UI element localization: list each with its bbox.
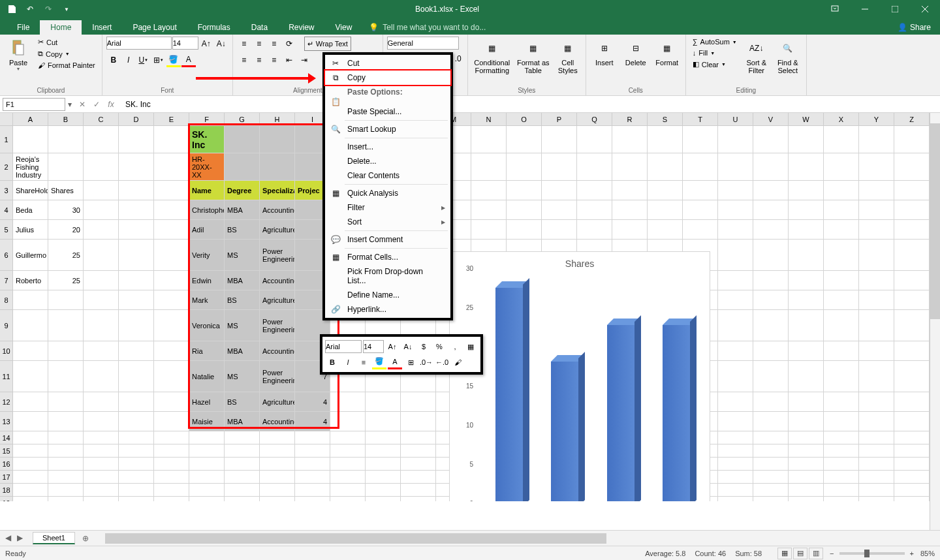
row-header[interactable]: 11 [0, 361, 13, 392]
cell[interactable] [789, 361, 824, 392]
cell[interactable] [753, 444, 789, 458]
cell[interactable] [154, 392, 189, 412]
tab-pagelayout[interactable]: Page Layout [122, 20, 187, 35]
cell[interactable] [48, 444, 84, 458]
cell[interactable] [154, 290, 189, 310]
cell[interactable] [154, 497, 189, 501]
cell[interactable] [648, 126, 683, 153]
cell[interactable] [119, 458, 154, 471]
cell[interactable] [119, 444, 154, 458]
cell[interactable] [753, 361, 789, 392]
tab-view[interactable]: View [325, 20, 363, 35]
cell[interactable]: 4 [295, 412, 330, 431]
zoom-level[interactable]: 85% [920, 550, 935, 557]
cell[interactable] [824, 361, 859, 392]
grow-font-icon[interactable]: A↑ [199, 37, 213, 51]
cell[interactable] [859, 220, 894, 240]
cell[interactable] [894, 497, 930, 501]
cell[interactable] [225, 458, 260, 471]
cell[interactable] [48, 412, 84, 431]
cell[interactable]: Verity [189, 240, 225, 271]
cell[interactable] [366, 412, 401, 431]
cell[interactable] [295, 471, 330, 484]
cell[interactable] [48, 290, 84, 310]
cell[interactable] [789, 392, 824, 412]
cell[interactable] [13, 290, 48, 310]
cell[interactable] [718, 497, 753, 501]
cell[interactable] [612, 181, 648, 200]
cut-button[interactable]: ✂Cut [35, 37, 98, 48]
sheet-nav-next-icon[interactable]: ▶ [17, 533, 27, 544]
cell[interactable] [260, 471, 295, 484]
sheet-nav-prev-icon[interactable]: ◀ [5, 533, 16, 544]
font-color-button[interactable]: A [181, 53, 196, 67]
cell[interactable]: Roberto [13, 271, 48, 290]
column-header[interactable]: R [612, 113, 648, 126]
cell[interactable] [154, 220, 189, 240]
chart-bar[interactable] [607, 325, 634, 501]
cell[interactable] [718, 471, 753, 484]
column-header[interactable]: T [683, 113, 718, 126]
cell[interactable] [789, 310, 824, 341]
cell[interactable] [48, 484, 84, 497]
cell[interactable] [330, 392, 366, 412]
cell[interactable] [119, 361, 154, 392]
cell[interactable] [718, 412, 753, 431]
cell[interactable] [789, 220, 824, 240]
cell[interactable] [119, 431, 154, 444]
cell[interactable]: Accounting [260, 341, 295, 361]
mini-border-icon[interactable]: ⊞ [403, 355, 418, 369]
cell[interactable] [894, 181, 930, 200]
cell[interactable] [119, 484, 154, 497]
cell[interactable] [154, 126, 189, 153]
cell[interactable] [859, 497, 894, 501]
cell[interactable] [859, 290, 894, 310]
cell[interactable] [401, 431, 436, 444]
mini-increase-decimal-icon[interactable]: .0→ [419, 355, 433, 369]
wrap-text-button[interactable]: ↵Wrap Text [304, 37, 351, 51]
cell[interactable] [859, 484, 894, 497]
cell[interactable] [718, 484, 753, 497]
vscroll-thumb[interactable] [930, 123, 940, 319]
cell[interactable] [154, 271, 189, 290]
cell[interactable] [859, 200, 894, 220]
cell[interactable] [295, 444, 330, 458]
cell[interactable] [683, 153, 718, 181]
cell[interactable] [13, 497, 48, 501]
cell[interactable] [119, 471, 154, 484]
cell[interactable] [401, 392, 436, 412]
cell[interactable] [683, 200, 718, 220]
cell[interactable]: Degree [225, 181, 260, 200]
cell[interactable] [648, 181, 683, 200]
cell[interactable] [507, 126, 542, 153]
cell[interactable] [824, 471, 859, 484]
shrink-font-icon[interactable]: A↓ [214, 37, 228, 51]
cell[interactable]: BS [225, 220, 260, 240]
cell[interactable] [330, 444, 366, 458]
paste-button[interactable]: Paste ▼ [4, 37, 33, 72]
cell[interactable] [84, 392, 119, 412]
page-layout-view-icon[interactable]: ▤ [793, 548, 807, 559]
row-header[interactable]: 9 [0, 310, 13, 341]
cell[interactable] [718, 181, 753, 200]
cell[interactable] [894, 271, 930, 290]
normal-view-icon[interactable]: ▦ [777, 548, 792, 559]
cell[interactable]: Guillermo [13, 240, 48, 271]
ribbon-display-options-icon[interactable] [820, 0, 850, 18]
cell[interactable]: 4 [295, 392, 330, 412]
cell[interactable] [260, 497, 295, 501]
cancel-formula-icon[interactable]: ✕ [76, 98, 89, 111]
cell[interactable] [824, 458, 859, 471]
cell[interactable] [225, 471, 260, 484]
cell[interactable] [612, 220, 648, 240]
cell[interactable] [507, 200, 542, 220]
cell[interactable] [859, 361, 894, 392]
cell[interactable] [789, 200, 824, 220]
redo-icon[interactable]: ↷ [40, 1, 56, 17]
cell[interactable] [753, 310, 789, 341]
mini-grow-font-icon[interactable]: A↑ [385, 339, 400, 354]
cell[interactable] [789, 181, 824, 200]
cell[interactable] [154, 458, 189, 471]
column-header[interactable]: A [13, 113, 48, 126]
cell[interactable] [753, 181, 789, 200]
